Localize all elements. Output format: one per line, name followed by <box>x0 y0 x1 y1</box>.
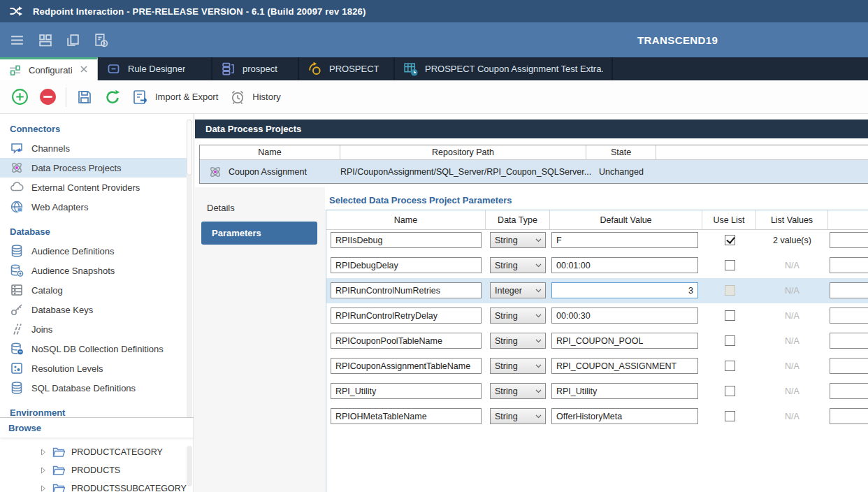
list-values-edit-input[interactable] <box>830 408 868 424</box>
default-value-input[interactable] <box>551 333 698 349</box>
browse-scrollbar[interactable] <box>187 446 192 486</box>
list-values-edit-input[interactable] <box>830 232 868 248</box>
use-list-checkbox[interactable] <box>725 335 735 346</box>
channel-icon <box>10 141 24 155</box>
param-column-header-use-list[interactable]: Use List <box>702 210 756 229</box>
param-column-header-list-values[interactable]: List Values <box>756 210 828 229</box>
database-badge-icon <box>10 342 24 356</box>
layout-button[interactable] <box>31 26 59 54</box>
subtab-parameters[interactable]: Parameters <box>201 222 317 245</box>
data-type-dropdown[interactable]: String <box>490 257 546 273</box>
caret-right-icon[interactable] <box>41 467 46 474</box>
parameter-name-input[interactable] <box>331 383 482 399</box>
list-values-edit-input[interactable] <box>830 282 868 298</box>
close-icon[interactable] <box>72 64 89 76</box>
use-list-checkbox[interactable] <box>725 411 735 421</box>
use-list-checkbox[interactable] <box>725 285 735 296</box>
sidebar-item-database-keys[interactable]: Database Keys <box>0 300 189 319</box>
default-value-input[interactable] <box>551 282 698 298</box>
column-header-repository-path[interactable]: Repository Path <box>340 145 586 159</box>
param-column-header-default-value[interactable]: Default Value <box>550 210 702 229</box>
sidebar-item-channels[interactable]: Channels <box>0 138 189 158</box>
tree-item-productssubcategory[interactable]: PRODUCTSSUBCATEGORY <box>0 479 194 492</box>
sidebar-item-joins[interactable]: Joins <box>0 319 189 339</box>
remove-button[interactable] <box>34 83 62 111</box>
param-column-header-actions[interactable] <box>828 210 868 229</box>
tab-rule-designer[interactable]: Rule Designer <box>98 57 212 80</box>
sidebar-item-external-content-providers[interactable]: External Content Providers <box>0 178 189 197</box>
default-value-input[interactable] <box>551 257 698 273</box>
tab-prospect-coupon-assignment-tes[interactable]: PROSPECT Coupon Assignment Test Extra... <box>395 57 613 80</box>
parameter-name-input[interactable] <box>331 358 482 374</box>
add-button[interactable] <box>6 83 34 111</box>
data-type-value: String <box>495 311 518 321</box>
use-list-checkbox[interactable] <box>725 310 735 321</box>
data-type-dropdown[interactable]: String <box>490 308 546 324</box>
caret-right-icon[interactable] <box>41 449 46 456</box>
sidebar-scrollbar-handle[interactable] <box>187 120 192 175</box>
refresh-button[interactable] <box>99 83 126 111</box>
sidebar-item-resolution-levels[interactable]: Resolution Levels <box>0 359 189 378</box>
subtab-details[interactable]: Details <box>207 203 235 213</box>
data-type-dropdown[interactable]: String <box>490 333 546 349</box>
use-list-checkbox[interactable] <box>725 386 735 396</box>
sidebar-item-catalog[interactable]: Catalog <box>0 280 189 300</box>
sidebar-item-nosql-db-collection-definitions[interactable]: NoSQL DB Collection Definitions <box>0 339 189 359</box>
new-window-button[interactable] <box>59 26 87 54</box>
title-bar: Redpoint Interaction - PRE-RELEASE VERSI… <box>0 0 868 22</box>
list-values-edit-input[interactable] <box>830 383 868 399</box>
parameter-name-input[interactable] <box>331 333 482 349</box>
use-list-checkbox[interactable] <box>725 361 735 371</box>
default-value-input[interactable] <box>551 232 698 248</box>
parameter-name-input[interactable] <box>331 408 482 424</box>
sidebar-item-web-adapters[interactable]: Web Adapters <box>0 197 189 217</box>
data-type-dropdown[interactable]: Integer <box>490 282 546 298</box>
parameter-name-input[interactable] <box>331 282 482 298</box>
doc-history-button[interactable] <box>87 26 115 54</box>
save-button[interactable] <box>71 83 99 111</box>
sidebar-item-label: Web Adapters <box>31 202 88 212</box>
sidebar-item-data-process-projects[interactable]: Data Process Projects <box>0 158 189 178</box>
import-export-button[interactable]: Import & Export <box>126 83 224 111</box>
tab-prospect[interactable]: prospect <box>212 57 299 80</box>
sidebar-item-audience-snapshots[interactable]: Audience Snapshots <box>0 261 189 280</box>
parameter-name-input[interactable] <box>331 257 482 273</box>
default-value-input[interactable] <box>551 383 698 399</box>
list-values-edit-input[interactable] <box>830 308 868 324</box>
data-type-dropdown[interactable]: String <box>490 232 546 248</box>
chevron-down-icon <box>535 314 542 318</box>
tab-configuration[interactable]: Configuration <box>0 57 98 80</box>
column-header-name[interactable]: Name <box>200 145 340 159</box>
use-list-checkbox[interactable] <box>725 235 735 245</box>
sidebar-item-label: NoSQL DB Collection Definitions <box>31 344 164 354</box>
column-header-state[interactable]: State <box>586 145 656 159</box>
parameter-name-input[interactable] <box>331 232 482 248</box>
project-row[interactable]: Coupon Assignment RPI/CouponAssignment/S… <box>200 160 868 183</box>
list-values-edit-input[interactable] <box>830 333 868 349</box>
data-type-dropdown[interactable]: String <box>490 408 546 424</box>
tab-label: Rule Designer <box>128 64 185 74</box>
history-button[interactable]: History <box>224 83 286 111</box>
tree-item-products[interactable]: PRODUCTS <box>0 461 194 479</box>
list-values-edit-input[interactable] <box>830 257 868 273</box>
default-value-input[interactable] <box>551 408 698 424</box>
parameter-name-input[interactable] <box>331 308 482 324</box>
param-column-header-name[interactable]: Name <box>326 210 486 229</box>
folder-icon <box>52 483 65 492</box>
menu-button[interactable] <box>3 26 31 54</box>
sidebar-item-sql-database-definitions[interactable]: SQL Database Definitions <box>0 378 189 398</box>
sliders-icon <box>8 64 22 77</box>
tree-item-productcategory[interactable]: PRODUCTCATEGORY <box>0 443 194 461</box>
action-toolbar: Import & Export History <box>0 80 868 114</box>
data-type-dropdown[interactable]: String <box>490 358 546 374</box>
default-value-input[interactable] <box>551 358 698 374</box>
list-values-edit-input[interactable] <box>830 358 868 374</box>
caret-right-icon[interactable] <box>41 485 46 492</box>
default-value-input[interactable] <box>551 308 698 324</box>
param-column-header-data-type[interactable]: Data Type <box>486 210 550 229</box>
sidebar-section-database: Database <box>10 226 194 237</box>
data-type-dropdown[interactable]: String <box>490 383 546 399</box>
sidebar-item-audience-definitions[interactable]: Audience Definitions <box>0 241 189 261</box>
tab-prospect[interactable]: PROSPECT <box>299 57 395 80</box>
use-list-checkbox[interactable] <box>725 260 735 270</box>
